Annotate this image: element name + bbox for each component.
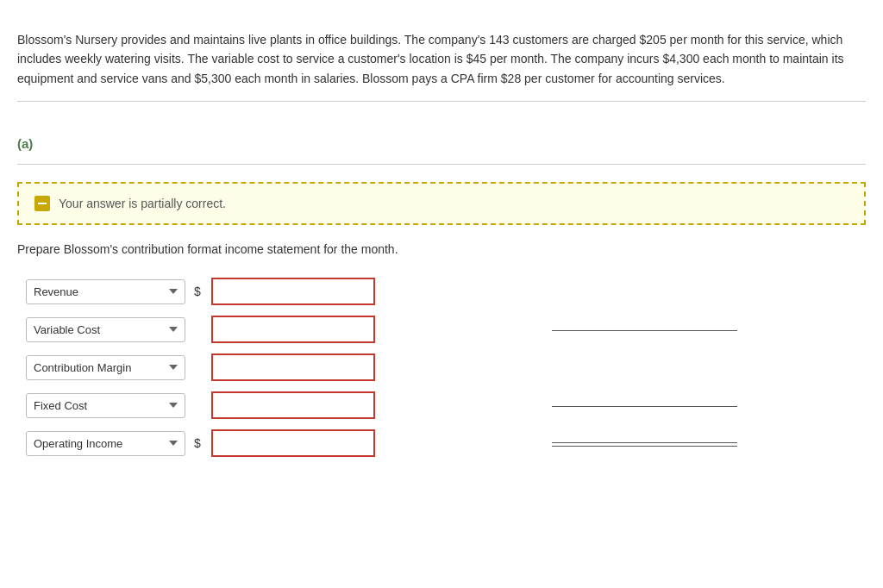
contribution-margin-input[interactable] [211, 353, 375, 381]
income-statement-form: Revenue Variable Cost Contribution Margi… [17, 278, 866, 467]
fixed-cost-row: Fixed Cost Revenue Variable Cost Contrib… [26, 391, 866, 419]
operating-income-label-select[interactable]: Operating Income Revenue Variable Cost C… [26, 431, 185, 456]
problem-text: Blossom's Nursery provides and maintains… [17, 17, 866, 102]
part-label: (a) [17, 119, 866, 165]
minus-icon [34, 196, 50, 211]
contribution-margin-label-select[interactable]: Contribution Margin Revenue Variable Cos… [26, 355, 185, 380]
operating-income-dollar-sign: $ [194, 436, 203, 450]
fixed-cost-label-select[interactable]: Fixed Cost Revenue Variable Cost Contrib… [26, 393, 185, 418]
partial-correct-box: Your answer is partially correct. [17, 182, 866, 225]
problem-description: Blossom's Nursery provides and maintains… [17, 33, 844, 85]
contribution-margin-row: Contribution Margin Revenue Variable Cos… [26, 353, 866, 381]
operating-income-row: Operating Income Revenue Variable Cost C… [26, 429, 866, 457]
operating-income-input[interactable] [211, 429, 375, 457]
revenue-input[interactable] [211, 278, 375, 305]
page-wrapper: Blossom's Nursery provides and maintains… [0, 0, 883, 502]
revenue-dollar-sign: $ [194, 285, 203, 298]
revenue-row: Revenue Variable Cost Contribution Margi… [26, 278, 866, 305]
revenue-label-select[interactable]: Revenue Variable Cost Contribution Margi… [26, 279, 185, 304]
variable-cost-row: Variable Cost Revenue Contribution Margi… [26, 316, 866, 343]
variable-cost-label-select[interactable]: Variable Cost Revenue Contribution Margi… [26, 317, 185, 342]
variable-cost-input[interactable] [211, 316, 375, 343]
partial-correct-message: Your answer is partially correct. [59, 197, 226, 210]
fixed-cost-input[interactable] [211, 391, 375, 419]
instructions-text: Prepare Blossom's contribution format in… [17, 242, 866, 256]
